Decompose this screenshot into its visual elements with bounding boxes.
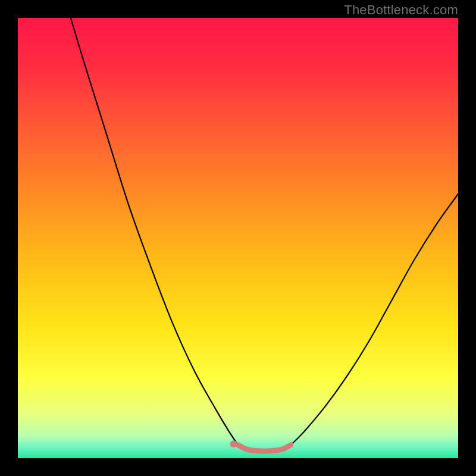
plot-area [18, 18, 458, 458]
chart-frame: TheBottleneck.com [0, 0, 476, 476]
valley-left-dot [230, 440, 237, 447]
watermark-text: TheBottleneck.com [344, 2, 458, 18]
left-curve [71, 18, 238, 445]
valley-floor-accent [238, 445, 291, 451]
right-curve [291, 194, 458, 445]
curve-layer [18, 18, 458, 458]
